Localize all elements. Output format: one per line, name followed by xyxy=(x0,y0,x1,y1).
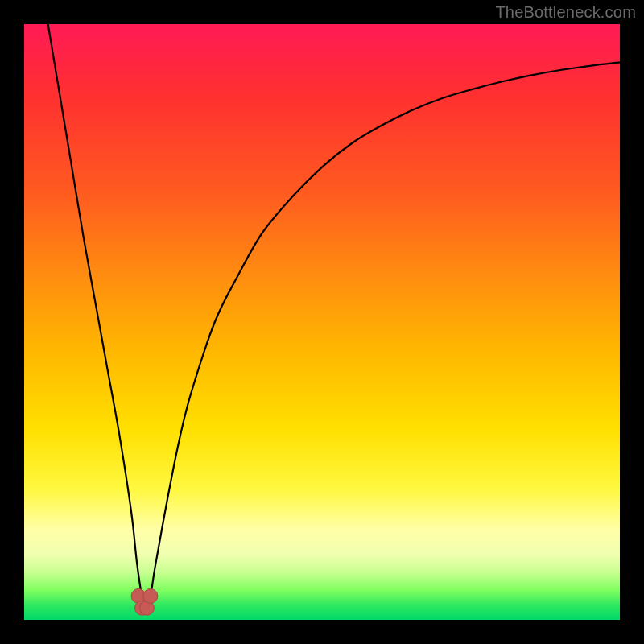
bottleneck-curve xyxy=(48,24,620,606)
watermark-text: TheBottleneck.com xyxy=(495,3,636,22)
curve-svg xyxy=(24,24,620,620)
chart-frame: TheBottleneck.com xyxy=(0,0,644,644)
plot-area xyxy=(24,24,620,620)
trough-markers xyxy=(131,588,158,615)
marker-trough-right xyxy=(143,588,158,603)
